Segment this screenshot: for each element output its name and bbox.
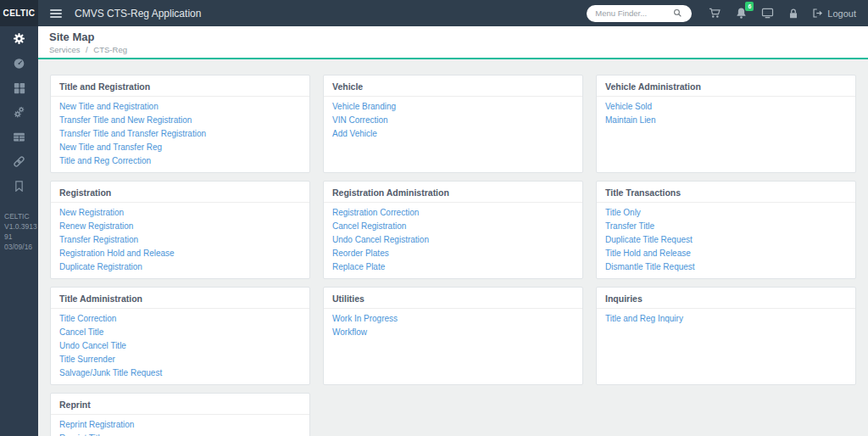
- card-vehicle: Vehicle Vehicle Branding VIN Correction …: [323, 75, 583, 173]
- card-links: Vehicle Sold Maintain Lien: [597, 97, 855, 131]
- sitemap-link[interactable]: Title Hold and Release: [602, 247, 850, 260]
- sidebar-item-modules[interactable]: [0, 75, 38, 100]
- monitor-icon[interactable]: [761, 7, 774, 20]
- sitemap-link[interactable]: New Title and Registration: [56, 100, 304, 114]
- card-registration-administration: Registration Administration Registration…: [323, 181, 583, 279]
- sitemap-link[interactable]: Transfer Registration: [56, 233, 304, 247]
- card-title: Title Administration: [51, 288, 309, 309]
- hamburger-menu-icon[interactable]: [50, 9, 62, 18]
- card-links: New Registration Renew Registration Tran…: [51, 203, 309, 278]
- menu-finder-search[interactable]: [587, 5, 692, 22]
- card-title: Reprint: [51, 394, 309, 415]
- sitemap-link[interactable]: Vehicle Sold: [602, 100, 850, 114]
- sitemap-link[interactable]: Workflow: [329, 326, 577, 339]
- sitemap-link[interactable]: New Title and Transfer Reg: [56, 141, 304, 154]
- search-icon[interactable]: [673, 8, 682, 18]
- sitemap-link[interactable]: Transfer Title and New Registration: [56, 114, 304, 127]
- sidebar-item-settings[interactable]: [0, 26, 38, 51]
- sitemap-link[interactable]: Maintain Lien: [602, 114, 850, 127]
- sitemap-link[interactable]: Title and Reg Inquiry: [602, 312, 850, 326]
- sitemap-link[interactable]: Dismantle Title Request: [602, 260, 850, 274]
- sitemap-link[interactable]: Transfer Title and Transfer Registration: [56, 127, 304, 141]
- card-links: Title and Reg Inquiry: [597, 309, 855, 330]
- breadcrumb-separator: /: [86, 45, 88, 54]
- main-area: Site Map Services / CTS-Reg Title and Re…: [38, 26, 868, 436]
- card-links: Vehicle Branding VIN Correction Add Vehi…: [324, 97, 582, 145]
- sitemap-link[interactable]: Title Surrender: [56, 353, 304, 366]
- sitemap-link[interactable]: Registration Hold and Release: [56, 247, 304, 260]
- card-reprint: Reprint Reprint Registration Reprint Tit…: [50, 393, 310, 436]
- sitemap-link[interactable]: Duplicate Registration: [56, 260, 304, 274]
- card-inquiries: Inquiries Title and Reg Inquiry: [596, 287, 856, 385]
- sitemap-link[interactable]: Work In Progress: [329, 312, 577, 326]
- card-title-administration: Title Administration Title Correction Ca…: [50, 287, 310, 385]
- search-input[interactable]: [595, 8, 673, 18]
- sidebar-item-services[interactable]: [0, 100, 38, 125]
- bookmark-icon: [14, 181, 25, 192]
- sidebar-item-bookmarks[interactable]: [0, 174, 38, 198]
- sitemap-link[interactable]: Registration Correction: [329, 206, 577, 220]
- cart-icon[interactable]: [709, 7, 721, 20]
- app-title: CMVS CTS-Reg Application: [75, 8, 201, 20]
- sitemap-link[interactable]: VIN Correction: [329, 114, 577, 127]
- page-header: Site Map Services / CTS-Reg: [38, 26, 868, 59]
- card-links: Reprint Registration Reprint Title: [51, 415, 309, 436]
- cogs-icon: [13, 106, 25, 119]
- page-title: Site Map: [49, 31, 857, 43]
- sitemap-grid: Title and Registration New Title and Reg…: [50, 75, 856, 436]
- card-vehicle-administration: Vehicle Administration Vehicle Sold Main…: [596, 75, 856, 173]
- card-utilities: Utilities Work In Progress Workflow: [323, 287, 583, 385]
- card-title: Title and Registration: [51, 75, 309, 97]
- breadcrumb-services[interactable]: Services: [49, 45, 80, 54]
- sitemap-link[interactable]: Title Correction: [56, 312, 304, 326]
- sitemap-link[interactable]: Salvage/Junk Title Request: [56, 366, 304, 380]
- notification-badge: 6: [745, 2, 754, 11]
- sitemap-link[interactable]: Reprint Registration: [56, 418, 304, 432]
- breadcrumb: Services / CTS-Reg: [49, 45, 857, 54]
- sitemap-link[interactable]: Cancel Registration: [329, 220, 577, 233]
- card-title: Vehicle: [324, 75, 582, 97]
- gear-icon: [13, 32, 25, 45]
- sitemap-link[interactable]: Renew Registration: [56, 220, 304, 233]
- sitemap-link[interactable]: Cancel Title: [56, 326, 304, 339]
- sitemap-link[interactable]: Reprint Title: [56, 432, 304, 436]
- lock-icon[interactable]: [787, 8, 799, 20]
- sitemap-link[interactable]: Duplicate Title Request: [602, 233, 850, 247]
- sitemap-link[interactable]: Add Vehicle: [329, 127, 577, 141]
- sidebar-item-links[interactable]: [0, 149, 38, 174]
- sitemap-link[interactable]: Undo Cancel Registration: [329, 233, 577, 247]
- table-icon: [13, 131, 25, 143]
- version-line: V1.0.3913: [4, 222, 38, 232]
- card-title: Registration: [51, 182, 309, 203]
- sitemap-link[interactable]: Title and Reg Correction: [56, 154, 304, 168]
- grid-icon: [14, 82, 25, 94]
- top-navbar: CELTIC CMVS CTS-Reg Application 6 Logout: [0, 0, 868, 26]
- breadcrumb-cts-reg[interactable]: CTS-Reg: [93, 45, 127, 54]
- card-title-transactions: Title Transactions Title Only Transfer T…: [596, 181, 856, 279]
- sitemap-link[interactable]: Title Only: [602, 206, 850, 220]
- sitemap-link[interactable]: Transfer Title: [602, 220, 850, 233]
- version-line: 91: [4, 232, 38, 243]
- card-links: Registration Correction Cancel Registrat…: [324, 203, 582, 278]
- brand-logo[interactable]: CELTIC: [0, 0, 38, 26]
- card-registration: Registration New Registration Renew Regi…: [50, 181, 310, 279]
- logout-label: Logout: [827, 8, 856, 19]
- card-title-and-registration: Title and Registration New Title and Reg…: [50, 75, 310, 173]
- logout-button[interactable]: Logout: [812, 8, 856, 19]
- card-title: Inquiries: [597, 288, 855, 309]
- sitemap-link[interactable]: Replace Plate: [329, 260, 577, 274]
- sitemap-link[interactable]: Undo Cancel Title: [56, 339, 304, 353]
- card-title: Vehicle Administration: [597, 75, 855, 97]
- sidebar-item-dashboard[interactable]: [0, 51, 38, 75]
- sitemap-link[interactable]: Reorder Plates: [329, 247, 577, 260]
- notifications-bell-icon[interactable]: 6: [735, 7, 748, 20]
- left-sidebar: CELTIC V1.0.3913 91 03/09/16: [0, 26, 38, 436]
- app-version-info: CELTIC V1.0.3913 91 03/09/16: [0, 198, 38, 253]
- version-line: CELTIC: [4, 212, 38, 222]
- card-title: Title Transactions: [597, 182, 855, 203]
- sitemap-link[interactable]: New Registration: [56, 206, 304, 220]
- card-title: Registration Administration: [324, 182, 582, 203]
- sitemap-content: Title and Registration New Title and Reg…: [38, 59, 868, 436]
- sitemap-link[interactable]: Vehicle Branding: [329, 100, 577, 114]
- sidebar-item-records[interactable]: [0, 125, 38, 149]
